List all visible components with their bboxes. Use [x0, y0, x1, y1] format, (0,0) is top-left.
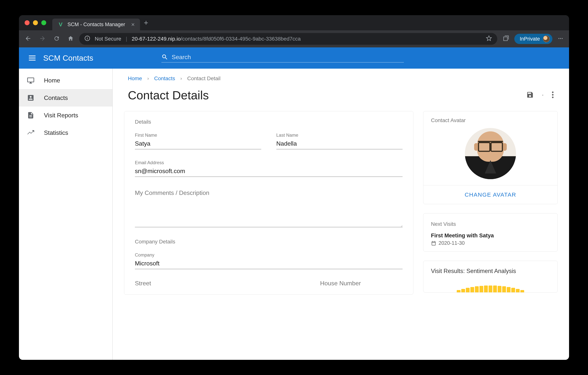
- toolbar-right: InPrivate: [503, 34, 563, 44]
- breadcrumb-current: Contact Detail: [187, 76, 220, 81]
- comments-input[interactable]: [135, 188, 403, 227]
- visit-date: 2020-11-30: [439, 240, 465, 246]
- window-controls: [25, 20, 46, 25]
- forward-button: [39, 35, 46, 43]
- svg-point-5: [560, 38, 561, 39]
- avatar-card: Contact Avatar CHANGE AVATAR: [423, 111, 558, 204]
- street-label: Street: [135, 280, 151, 287]
- details-card: Details First Name Last Name: [124, 111, 413, 295]
- inprivate-badge[interactable]: InPrivate: [514, 34, 552, 44]
- breadcrumb-home[interactable]: Home: [128, 76, 142, 81]
- profile-avatar-icon: [543, 35, 550, 42]
- first-name-field: First Name: [135, 132, 261, 149]
- monitor-icon: [27, 76, 35, 85]
- svg-rect-1: [87, 38, 88, 39]
- sidebar-item-label: Contacts: [44, 94, 68, 101]
- svg-point-4: [558, 38, 559, 39]
- change-avatar-button[interactable]: CHANGE AVATAR: [431, 185, 550, 204]
- search-field[interactable]: [161, 54, 404, 63]
- svg-point-6: [562, 38, 563, 39]
- avatar-card-label: Contact Avatar: [431, 117, 550, 123]
- sentiment-chart: [431, 279, 550, 292]
- company-field: Company: [135, 252, 403, 269]
- menu-icon[interactable]: [558, 36, 563, 42]
- sentiment-card: Visit Results: Sentiment Analysis: [423, 261, 558, 293]
- svg-point-7: [552, 92, 554, 93]
- breadcrumb-contacts[interactable]: Contacts: [154, 76, 175, 81]
- inprivate-label: InPrivate: [520, 36, 540, 42]
- app-title: SCM Contacts: [43, 54, 93, 63]
- favorite-icon[interactable]: [486, 35, 492, 43]
- app-header: SCM Contacts: [19, 47, 569, 69]
- window-minimize-icon[interactable]: [33, 20, 38, 25]
- details-section-label: Details: [135, 119, 403, 125]
- page-header: Contact Details: [113, 88, 569, 111]
- tab-title: SCM - Contacts Manager: [67, 22, 125, 27]
- sidebar-item-label: Visit Reports: [44, 112, 78, 119]
- new-tab-button[interactable]: +: [144, 19, 148, 27]
- sidebar-item-visit-reports[interactable]: Visit Reports: [19, 107, 112, 124]
- last-name-field: Last Name: [276, 132, 403, 149]
- home-button[interactable]: [67, 35, 74, 43]
- company-input[interactable]: [135, 259, 403, 269]
- browser-window: V SCM - Contacts Manager × + Not Secure …: [19, 15, 569, 360]
- app-root: SCM Contacts Home Contacts Visit Re: [19, 47, 569, 360]
- first-name-label: First Name: [135, 132, 261, 138]
- page-title: Contact Details: [128, 88, 209, 102]
- email-field: Email Address: [135, 160, 403, 177]
- company-section-label: Company Details: [135, 239, 403, 245]
- search-input[interactable]: [172, 54, 404, 61]
- email-label: Email Address: [135, 160, 403, 165]
- browser-tab-bar: V SCM - Contacts Manager × +: [19, 15, 569, 30]
- sidebar-item-statistics[interactable]: Statistics: [19, 124, 112, 142]
- more-button[interactable]: [552, 91, 554, 99]
- content-grid: Details First Name Last Name: [113, 111, 569, 295]
- app-body: Home Contacts Visit Reports Statistics: [19, 69, 569, 360]
- email-input[interactable]: [135, 166, 403, 177]
- nav-buttons: [25, 35, 74, 43]
- last-name-input[interactable]: [276, 139, 403, 149]
- visit-item[interactable]: First Meeting with Satya 2020-11-30: [431, 232, 550, 246]
- visit-title: First Meeting with Satya: [431, 232, 550, 239]
- sidebar-item-home[interactable]: Home: [19, 72, 112, 89]
- sidebar-item-label: Home: [44, 77, 60, 84]
- refresh-button[interactable]: [53, 35, 60, 43]
- page-actions: [526, 91, 554, 99]
- sidebar-item-label: Statistics: [44, 129, 68, 136]
- collections-icon[interactable]: [503, 35, 509, 43]
- menu-toggle-button[interactable]: [27, 53, 38, 63]
- svg-rect-2: [87, 37, 88, 37]
- sentiment-title: Visit Results: Sentiment Analysis: [431, 268, 550, 275]
- svg-point-8: [552, 94, 554, 96]
- sidebar-item-contacts[interactable]: Contacts: [19, 89, 112, 107]
- svg-rect-3: [504, 37, 507, 41]
- chevron-right-icon: ›: [180, 76, 182, 81]
- contact-avatar: [465, 128, 516, 179]
- breadcrumb: Home › Contacts › Contact Detail: [113, 74, 569, 88]
- back-button[interactable]: [25, 35, 32, 43]
- info-icon[interactable]: [84, 35, 90, 43]
- security-status: Not Secure: [95, 36, 121, 42]
- svg-point-9: [552, 97, 554, 98]
- separator-dot: [542, 95, 543, 96]
- tab-close-icon[interactable]: ×: [131, 21, 135, 28]
- comments-field: [135, 188, 403, 227]
- chevron-right-icon: ›: [147, 76, 149, 81]
- document-icon: [27, 111, 35, 120]
- browser-tab[interactable]: V SCM - Contacts Manager ×: [52, 19, 140, 30]
- calendar-icon: [431, 241, 436, 246]
- last-name-label: Last Name: [276, 132, 403, 138]
- sidebar: Home Contacts Visit Reports Statistics: [19, 69, 113, 360]
- browser-toolbar: Not Secure | 20-67-122-249.nip.io/contac…: [19, 30, 569, 47]
- window-maximize-icon[interactable]: [41, 20, 46, 25]
- save-button[interactable]: [526, 91, 534, 99]
- house-number-label: House Number: [320, 280, 361, 287]
- window-close-icon[interactable]: [25, 20, 30, 25]
- next-visits-label: Next Visits: [431, 221, 550, 227]
- first-name-input[interactable]: [135, 139, 261, 149]
- url-text: 20-67-122-249.nip.io/contacts/8fd050f6-0…: [132, 36, 301, 42]
- next-visits-card: Next Visits First Meeting with Satya 202…: [423, 213, 558, 252]
- visit-date-row: 2020-11-30: [431, 240, 550, 246]
- address-bar[interactable]: Not Secure | 20-67-122-249.nip.io/contac…: [79, 33, 497, 45]
- company-label: Company: [135, 252, 403, 258]
